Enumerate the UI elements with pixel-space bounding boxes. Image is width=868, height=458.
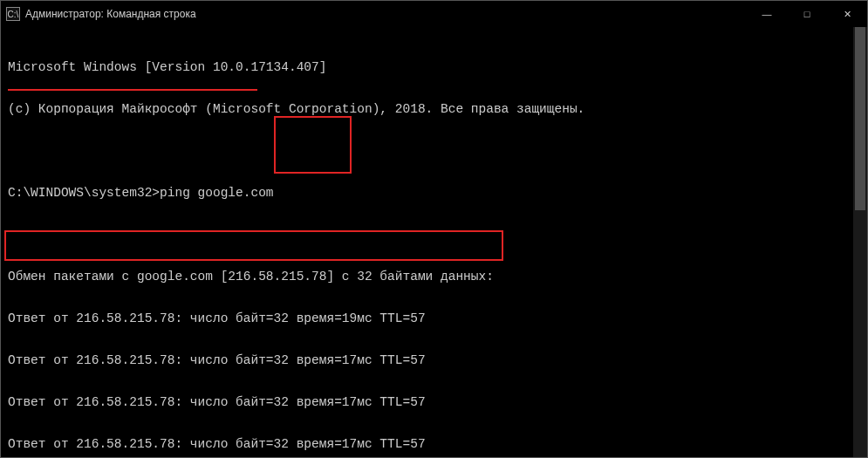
window-title: Администратор: Командная строка (25, 8, 196, 20)
blank-line (8, 144, 846, 158)
copyright-line: (c) Корпорация Майкрософт (Microsoft Cor… (8, 102, 846, 116)
blank-line (8, 228, 846, 242)
annotation-underline (8, 89, 257, 91)
minimize-icon: — (762, 9, 772, 19)
version-line: Microsoft Windows [Version 10.0.17134.40… (8, 60, 846, 74)
close-button[interactable]: ✕ (827, 1, 867, 27)
ping-reply: Ответ от 216.58.215.78: число байт=32 вр… (8, 353, 846, 367)
ping-time: время=19мс (297, 311, 372, 325)
prompt-line-1: C:\WINDOWS\system32>ping google.com (8, 186, 846, 200)
scrollbar-thumb[interactable] (855, 27, 865, 210)
ping-reply: Ответ от 216.58.215.78: число байт=32 вр… (8, 437, 846, 451)
ping-time: время=17мс (297, 353, 372, 367)
minimize-button[interactable]: — (747, 1, 787, 27)
maximize-button[interactable]: □ (787, 1, 827, 27)
terminal-output[interactable]: Microsoft Windows [Version 10.0.17134.40… (1, 27, 853, 458)
exchange-header: Обмен пакетами с google.com [216.58.215.… (8, 270, 846, 284)
maximize-icon: □ (804, 9, 810, 19)
window-titlebar[interactable]: C:\ Администратор: Командная строка — □ … (1, 1, 867, 27)
ping-time: время=17мс (297, 395, 372, 409)
close-icon: ✕ (844, 9, 851, 20)
cmd-icon: C:\ (6, 7, 20, 21)
ping-reply: Ответ от 216.58.215.78: число байт=32 вр… (8, 311, 846, 325)
ping-reply: Ответ от 216.58.215.78: число байт=32 вр… (8, 395, 846, 409)
ping-time: время=17мс (297, 437, 372, 451)
prompt-prefix: C:\WINDOWS\system32> (8, 186, 160, 200)
ping-command: ping google.com (160, 186, 274, 200)
vertical-scrollbar[interactable] (853, 27, 867, 458)
